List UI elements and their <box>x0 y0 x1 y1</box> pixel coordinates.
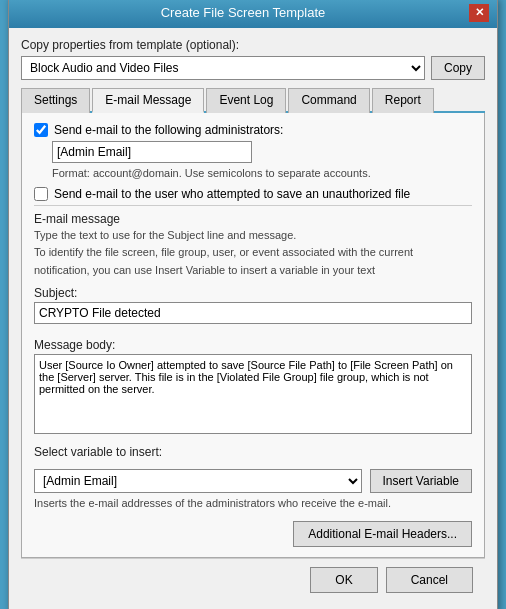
tab-command[interactable]: Command <box>288 88 369 113</box>
email-message-label: E-mail message <box>34 212 472 226</box>
desc-line2: To identify the file screen, file group,… <box>34 245 472 260</box>
tab-content-email: Send e-mail to the following administrat… <box>21 113 485 558</box>
variable-row: Select variable to insert: <box>34 445 472 461</box>
desc-line3: notification, you can use Insert Variabl… <box>34 263 472 278</box>
variable-hint: Inserts the e-mail addresses of the admi… <box>34 497 472 509</box>
copy-label: Copy properties from template (optional)… <box>21 38 485 52</box>
send-admin-label: Send e-mail to the following administrat… <box>54 123 283 137</box>
tab-email[interactable]: E-mail Message <box>92 88 204 113</box>
send-user-row: Send e-mail to the user who attempted to… <box>34 187 472 201</box>
title-bar: Create File Screen Template ✕ <box>9 0 497 28</box>
tab-settings[interactable]: Settings <box>21 88 90 113</box>
send-admin-row: Send e-mail to the following administrat… <box>34 123 472 137</box>
variable-input-row: [Admin Email] Insert Variable <box>34 469 472 493</box>
send-admin-checkbox[interactable] <box>34 123 48 137</box>
insert-variable-button[interactable]: Insert Variable <box>370 469 472 493</box>
tab-report[interactable]: Report <box>372 88 434 113</box>
dialog-title: Create File Screen Template <box>17 5 469 20</box>
admin-email-input[interactable] <box>52 141 252 163</box>
message-body-textarea[interactable] <box>34 354 472 434</box>
tabs-bar: Settings E-mail Message Event Log Comman… <box>21 86 485 113</box>
message-label: Message body: <box>34 338 472 352</box>
format-hint: Format: account@domain. Use semicolons t… <box>52 167 472 179</box>
subject-label: Subject: <box>34 286 472 300</box>
bottom-area: Additional E-mail Headers... <box>34 521 472 547</box>
additional-headers-button[interactable]: Additional E-mail Headers... <box>293 521 472 547</box>
desc-line1: Type the text to use for the Subject lin… <box>34 228 472 243</box>
subject-input[interactable] <box>34 302 472 324</box>
tab-event-log[interactable]: Event Log <box>206 88 286 113</box>
ok-button[interactable]: OK <box>310 567 377 593</box>
create-file-screen-dialog: Create File Screen Template ✕ Copy prope… <box>8 0 498 609</box>
close-button[interactable]: ✕ <box>469 4 489 22</box>
variable-select[interactable]: [Admin Email] <box>34 469 362 493</box>
copy-button[interactable]: Copy <box>431 56 485 80</box>
variable-label: Select variable to insert: <box>34 445 162 459</box>
cancel-button[interactable]: Cancel <box>386 567 473 593</box>
dialog-body: Copy properties from template (optional)… <box>9 28 497 609</box>
dialog-footer: OK Cancel <box>21 558 485 601</box>
send-user-checkbox[interactable] <box>34 187 48 201</box>
send-user-label: Send e-mail to the user who attempted to… <box>54 187 410 201</box>
copy-row: Block Audio and Video Files Copy <box>21 56 485 80</box>
template-select[interactable]: Block Audio and Video Files <box>21 56 425 80</box>
